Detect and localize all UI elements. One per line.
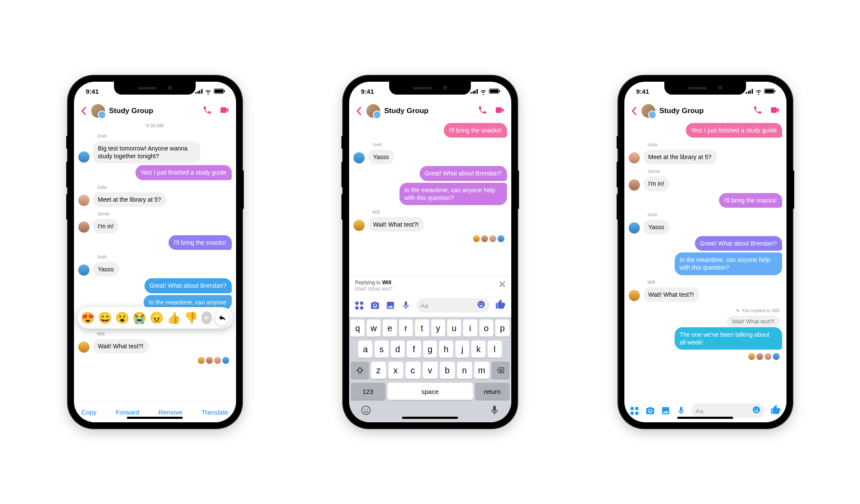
back-button[interactable] bbox=[356, 106, 362, 116]
reaction-wow[interactable]: 😮 bbox=[115, 312, 129, 323]
reaction-grin[interactable]: 😄 bbox=[98, 312, 112, 323]
voice-button[interactable] bbox=[676, 406, 686, 416]
key-w[interactable]: w bbox=[367, 320, 381, 337]
group-avatar[interactable] bbox=[642, 104, 655, 118]
key-z[interactable]: z bbox=[371, 362, 386, 379]
message-bubble[interactable]: I'm in! bbox=[93, 219, 119, 234]
gallery-button[interactable] bbox=[660, 406, 671, 416]
return-key[interactable]: return bbox=[475, 383, 510, 400]
message-bubble[interactable]: Wait! What test?! bbox=[368, 217, 424, 232]
reaction-thumbs-up[interactable]: 👍 bbox=[167, 312, 181, 323]
voice-call-button[interactable] bbox=[203, 105, 212, 117]
like-button[interactable] bbox=[770, 404, 781, 417]
menu-translate[interactable]: Translate bbox=[201, 409, 228, 416]
conversation-title[interactable]: Study Group bbox=[109, 107, 198, 115]
key-d[interactable]: d bbox=[391, 341, 405, 358]
message-bubble[interactable]: In the meantime, can anyone help with th… bbox=[675, 252, 782, 275]
emoji-button[interactable] bbox=[752, 406, 761, 416]
avatar-josh[interactable] bbox=[629, 222, 640, 234]
home-indicator[interactable] bbox=[402, 417, 458, 419]
message-bubble[interactable]: I'll bring the snacks! bbox=[719, 193, 782, 208]
key-c[interactable]: c bbox=[405, 362, 421, 379]
reaction-heart-eyes[interactable]: 😍 bbox=[81, 312, 95, 323]
message-bubble[interactable]: Wait! What test?! bbox=[93, 339, 149, 353]
message-input[interactable]: Aa bbox=[416, 298, 490, 313]
apps-button[interactable] bbox=[354, 300, 365, 310]
reaction-cry[interactable]: 😭 bbox=[132, 312, 146, 323]
avatar-jamie[interactable] bbox=[78, 221, 89, 233]
quoted-message[interactable]: Wait! What test?! bbox=[727, 316, 780, 327]
avatar-josh[interactable] bbox=[78, 264, 89, 276]
space-key[interactable]: space bbox=[387, 383, 473, 400]
message-bubble[interactable]: Yes! I just finished a study guide bbox=[135, 165, 232, 180]
key-y[interactable]: y bbox=[431, 320, 445, 337]
reaction-add-button[interactable]: + bbox=[201, 311, 212, 324]
group-avatar[interactable] bbox=[366, 104, 380, 118]
key-n[interactable]: n bbox=[457, 362, 472, 379]
home-indicator[interactable] bbox=[677, 417, 733, 419]
gallery-button[interactable] bbox=[385, 300, 396, 310]
key-t[interactable]: t bbox=[415, 320, 429, 337]
message-bubble[interactable]: Great! What about Brendan? bbox=[695, 236, 782, 251]
key-q[interactable]: q bbox=[350, 320, 364, 337]
key-v[interactable]: v bbox=[423, 362, 438, 379]
message-bubble[interactable]: I'll bring the snacks! bbox=[444, 123, 507, 138]
menu-remove[interactable]: Remove bbox=[158, 409, 182, 416]
message-bubble[interactable]: The one we've been talking about all wee… bbox=[675, 327, 782, 350]
emoji-keyboard-button[interactable] bbox=[360, 405, 372, 418]
emoji-button[interactable] bbox=[477, 300, 485, 310]
conversation-title[interactable]: Study Group bbox=[384, 107, 473, 115]
message-bubble[interactable]: Yasss bbox=[643, 220, 670, 234]
key-r[interactable]: r bbox=[399, 320, 413, 337]
video-call-button[interactable] bbox=[770, 105, 780, 117]
message-list[interactable]: Yes! I just finished a study guide Julia… bbox=[624, 121, 786, 400]
message-bubble[interactable]: Meet at the library at 5? bbox=[643, 150, 717, 164]
key-e[interactable]: e bbox=[383, 320, 396, 337]
avatar-will[interactable] bbox=[78, 341, 89, 353]
apps-button[interactable] bbox=[630, 406, 640, 416]
video-call-button[interactable] bbox=[495, 105, 504, 117]
avatar-will[interactable] bbox=[353, 220, 365, 231]
voice-button[interactable] bbox=[401, 300, 411, 310]
message-bubble[interactable]: Yes! I just finished a study guide bbox=[686, 123, 782, 138]
menu-copy[interactable]: Copy bbox=[82, 409, 97, 416]
reaction-angry[interactable]: 😠 bbox=[150, 312, 163, 323]
message-bubble[interactable]: Big test tomorrow! Anyone wanna study to… bbox=[93, 141, 200, 163]
reply-cancel-button[interactable] bbox=[498, 280, 506, 288]
group-avatar[interactable] bbox=[91, 104, 105, 118]
key-l[interactable]: l bbox=[488, 341, 502, 358]
key-o[interactable]: o bbox=[479, 320, 493, 337]
message-bubble[interactable]: In the meantime, can anyone help with th… bbox=[399, 183, 507, 205]
reply-button[interactable] bbox=[215, 310, 229, 326]
key-i[interactable]: i bbox=[463, 320, 477, 337]
menu-forward[interactable]: Forward bbox=[116, 409, 139, 416]
numeric-key[interactable]: 123 bbox=[351, 383, 385, 400]
message-bubble[interactable]: Yasss bbox=[368, 150, 394, 164]
key-m[interactable]: m bbox=[474, 362, 489, 379]
message-bubble[interactable]: Great! What about Brendan? bbox=[144, 278, 232, 293]
conversation-title[interactable]: Study Group bbox=[660, 107, 749, 115]
reaction-thumbs-down[interactable]: 👎 bbox=[184, 312, 198, 323]
message-bubble[interactable]: I'm in! bbox=[643, 176, 670, 191]
key-a[interactable]: a bbox=[358, 341, 372, 358]
backspace-key[interactable] bbox=[491, 362, 510, 379]
message-list[interactable]: 9:30 AM Josh Big test tomorrow! Anyone w… bbox=[74, 121, 236, 402]
avatar-josh[interactable] bbox=[78, 151, 89, 163]
key-g[interactable]: g bbox=[423, 341, 437, 358]
key-p[interactable]: p bbox=[495, 320, 509, 337]
avatar-josh[interactable] bbox=[353, 152, 365, 163]
video-call-button[interactable] bbox=[220, 105, 229, 117]
voice-call-button[interactable] bbox=[753, 105, 762, 117]
key-h[interactable]: h bbox=[439, 341, 453, 358]
key-u[interactable]: u bbox=[447, 320, 461, 337]
shift-key[interactable] bbox=[351, 362, 369, 379]
voice-call-button[interactable] bbox=[478, 105, 487, 117]
camera-button[interactable] bbox=[370, 300, 380, 310]
avatar-jamie[interactable] bbox=[629, 179, 640, 191]
home-indicator[interactable] bbox=[127, 417, 183, 419]
message-list[interactable]: I'll bring the snacks! Josh Yasss Great!… bbox=[349, 121, 511, 276]
key-x[interactable]: x bbox=[388, 362, 403, 379]
avatar-will[interactable] bbox=[629, 290, 640, 301]
key-s[interactable]: s bbox=[375, 341, 389, 358]
like-button[interactable] bbox=[495, 299, 506, 312]
